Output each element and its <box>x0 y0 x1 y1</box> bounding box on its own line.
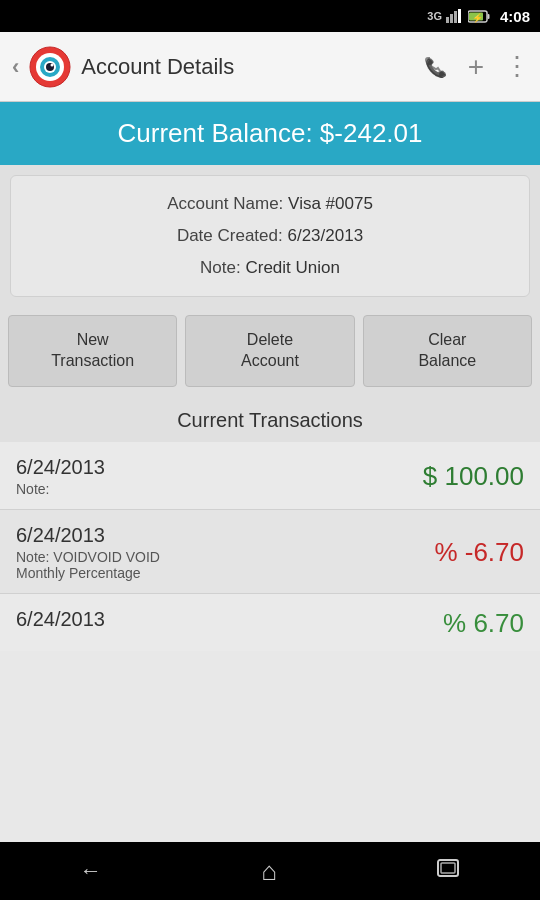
transaction-left: 6/24/2013 Note: <box>16 456 105 497</box>
back-nav-icon[interactable]: ← <box>60 850 122 892</box>
account-date-val: 6/23/2013 <box>287 226 363 245</box>
status-time: 4:08 <box>500 8 530 25</box>
app-bar-left: ‹ Account Details <box>12 46 422 88</box>
svg-rect-2 <box>454 11 457 23</box>
app-logo <box>29 46 71 88</box>
app-bar-actions: 📞 + ⋮ <box>422 51 528 83</box>
svg-point-13 <box>51 63 54 66</box>
status-bar: 3G ⚡ 4:08 <box>0 0 540 32</box>
signal-bars-icon <box>446 9 464 23</box>
svg-text:📞: 📞 <box>425 57 448 79</box>
transaction-date: 6/24/2013 <box>16 524 160 547</box>
account-note-val: Credit Union <box>245 258 340 277</box>
transaction-note: Note: <box>16 481 105 497</box>
account-name-label: Account Name: <box>167 194 283 213</box>
account-note-row: Note: Credit Union <box>31 258 509 278</box>
transaction-date: 6/24/2013 <box>16 608 105 631</box>
recent-apps-icon[interactable] <box>416 850 480 892</box>
transaction-amount: $ 100.00 <box>423 461 524 492</box>
transaction-note: Note: VOIDVOID VOIDMonthly Percentage <box>16 549 160 581</box>
app-title: Account Details <box>81 54 234 80</box>
balance-bar: Current Balance: $-242.01 <box>0 102 540 165</box>
home-nav-icon[interactable]: ⌂ <box>241 848 297 895</box>
transaction-left: 6/24/2013 <box>16 608 105 631</box>
transaction-item[interactable]: 6/24/2013 Note: $ 100.00 <box>0 442 540 510</box>
delete-account-button[interactable]: DeleteAccount <box>185 315 354 387</box>
transaction-item[interactable]: 6/24/2013 Note: VOIDVOID VOIDMonthly Per… <box>0 510 540 594</box>
account-note-label: Note: <box>200 258 241 277</box>
new-transaction-button[interactable]: NewTransaction <box>8 315 177 387</box>
status-icons: 3G ⚡ 4:08 <box>427 8 530 25</box>
account-name-row: Account Name: Visa #0075 <box>31 194 509 214</box>
transaction-date: 6/24/2013 <box>16 456 105 479</box>
svg-rect-1 <box>450 14 453 23</box>
action-buttons: NewTransaction DeleteAccount ClearBalanc… <box>8 315 532 387</box>
transaction-amount: % -6.70 <box>434 537 524 568</box>
more-options-icon[interactable]: ⋮ <box>504 51 528 82</box>
call-icon[interactable]: 📞 <box>422 54 448 80</box>
account-date-label: Date Created: <box>177 226 283 245</box>
svg-text:⚡: ⚡ <box>472 12 484 23</box>
battery-icon: ⚡ <box>468 10 490 23</box>
transaction-amount: % 6.70 <box>443 608 524 639</box>
svg-rect-16 <box>441 863 455 873</box>
transactions-header: Current Transactions <box>0 395 540 442</box>
account-name-val: Visa #0075 <box>288 194 373 213</box>
svg-rect-5 <box>487 14 489 19</box>
transaction-list: 6/24/2013 Note: $ 100.00 6/24/2013 Note:… <box>0 442 540 842</box>
account-card: Account Name: Visa #0075 Date Created: 6… <box>10 175 530 297</box>
signal-icon: 3G <box>427 10 442 22</box>
app-bar: ‹ Account Details 📞 + ⋮ <box>0 32 540 102</box>
add-icon[interactable]: + <box>468 51 484 83</box>
account-date-row: Date Created: 6/23/2013 <box>31 226 509 246</box>
nav-bar: ← ⌂ <box>0 842 540 900</box>
transaction-item[interactable]: 6/24/2013 % 6.70 <box>0 594 540 651</box>
transaction-left: 6/24/2013 Note: VOIDVOID VOIDMonthly Per… <box>16 524 160 581</box>
svg-rect-0 <box>446 17 449 23</box>
back-chevron-icon[interactable]: ‹ <box>12 54 19 80</box>
svg-rect-3 <box>458 9 461 23</box>
balance-amount: Current Balance: $-242.01 <box>118 118 423 148</box>
clear-balance-button[interactable]: ClearBalance <box>363 315 532 387</box>
